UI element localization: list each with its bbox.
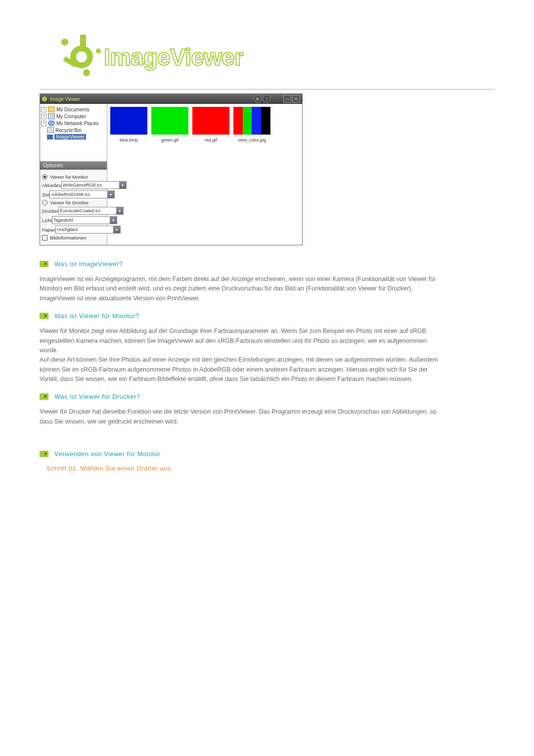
- options-panel: Viewer für Monitor Aktuelles ▾ Ziel ▾ Vi…: [40, 170, 107, 245]
- radio-viewer-drucker[interactable]: Viewer für Drucker: [42, 200, 105, 205]
- brand-logo: ImageViewer: [59, 35, 494, 79]
- options-tab[interactable]: Optionen: [40, 161, 107, 170]
- tree-item-computer[interactable]: +My Computer: [41, 113, 106, 120]
- thumb-red[interactable]: red.gif: [192, 107, 229, 242]
- arrow-icon: [40, 451, 48, 457]
- ziel-label: Ziel: [42, 192, 49, 197]
- window-title: Image Viewer: [50, 96, 253, 102]
- arrow-icon: [40, 313, 48, 319]
- radio-viewer-monitor[interactable]: Viewer für Monitor: [42, 174, 105, 180]
- section-title: Verwenden von Viewer für Monitor: [54, 450, 160, 458]
- tree-item-documents[interactable]: +My Documents: [41, 106, 106, 113]
- close-button[interactable]: ✕: [292, 95, 300, 103]
- section-title: Was ist Viewer für Drucker?: [54, 393, 140, 400]
- logo-mark: [59, 35, 104, 79]
- thumb-blue[interactable]: blue.bmp: [110, 107, 147, 242]
- tree-item-network[interactable]: +My Network Places: [41, 120, 106, 127]
- divider: [40, 89, 494, 90]
- settings-icon[interactable]: ✻: [254, 95, 262, 103]
- arrow-icon: [40, 261, 48, 267]
- thumb-green[interactable]: green.gif: [151, 107, 188, 242]
- section-body: Auf diese Art können Sie Ihre Photos auf…: [40, 355, 440, 384]
- section-title: Was ist Viewer für Monitor?: [54, 312, 139, 320]
- ziel-select[interactable]: ▾: [49, 190, 115, 198]
- app-icon: [42, 96, 47, 101]
- tree-item-selected[interactable]: ImageViewer: [41, 134, 106, 140]
- section-body: ImageViewer ist ein Anzeigeprogramm, mit…: [40, 275, 440, 303]
- papier-label: Papier: [42, 227, 55, 233]
- app-window: Image Viewer ✻ ? — ✕ +My Documents +My C…: [40, 94, 303, 245]
- step-heading: Schritt 01. Wählen Sie einen Ordner aus: [46, 465, 494, 472]
- logo-text: ImageViewer: [104, 44, 243, 71]
- thumb-stripes[interactable]: view_color.jpg: [233, 107, 270, 242]
- tree-item-recycle[interactable]: Recycle Bin: [41, 127, 106, 134]
- minimize-button[interactable]: —: [283, 95, 291, 103]
- thumbnail-pane: blue.bmp green.gif red.gif view_color.jp…: [107, 104, 302, 245]
- arrow-icon: [40, 393, 48, 400]
- section-title: Was ist ImageViewer?: [54, 260, 123, 268]
- folder-tree[interactable]: +My Documents +My Computer +My Network P…: [40, 104, 107, 161]
- bildinfo-checkbox[interactable]: Bildinformationen: [42, 235, 105, 240]
- sidebar: +My Documents +My Computer +My Network P…: [40, 104, 107, 245]
- help-icon[interactable]: ?: [263, 95, 270, 103]
- licht-label: Licht: [42, 218, 52, 223]
- drucker-label: Drucker: [42, 208, 58, 214]
- titlebar: Image Viewer ✻ ? — ✕: [40, 94, 302, 104]
- aktuelles-label: Aktuelles: [42, 183, 61, 188]
- section-body: Viewer für Drucker hat dieselbe Funktion…: [40, 407, 440, 426]
- section-body: Viewer für Monitor zeigt eine Abbildung …: [40, 327, 440, 355]
